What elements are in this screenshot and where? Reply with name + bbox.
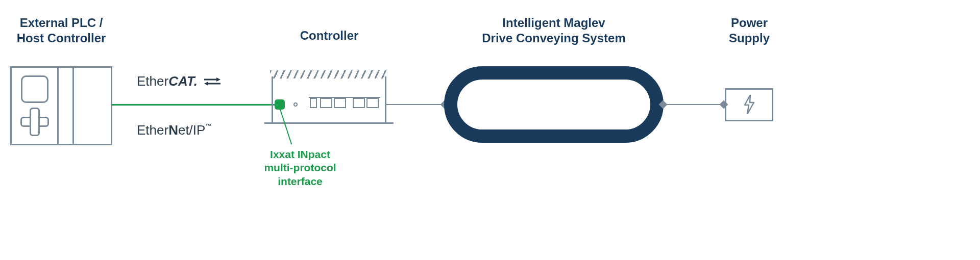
controller-title: Controller (276, 28, 383, 43)
inpact-callout-label: Ixxat INpact multi-protocol interface (249, 148, 351, 188)
diagram-canvas: { "titles": { "plc_line1": "External PLC… (0, 0, 980, 260)
controller-port-3 (334, 98, 346, 108)
inpact-line3: interface (278, 175, 323, 187)
maglev-track-icon (444, 66, 664, 143)
plc-title-line2: Host Controller (17, 31, 106, 45)
enip-mid: N (168, 122, 178, 138)
plc-title-line1: External PLC / (20, 16, 103, 30)
controller-port-1 (310, 98, 317, 108)
ethercat-label: EtherCAT. (137, 73, 222, 90)
psu-title-line2: Supply (729, 31, 770, 45)
plc-front-panel (12, 68, 59, 144)
controller-port-5 (366, 98, 379, 108)
link-maglev-psu (664, 104, 724, 105)
psu-title-line1: Power (731, 16, 768, 30)
maglev-title-line1: Intelligent Maglev (502, 16, 605, 30)
link-plc-controller (112, 104, 276, 106)
ethercat-suffix: CAT. (168, 73, 198, 89)
ethernetip-label: EtherNet/IP™ (137, 122, 211, 138)
svg-marker-1 (216, 77, 220, 82)
ethercat-prefix: Ether (137, 73, 168, 89)
controller-port-2 (320, 98, 332, 108)
plc-slot-2 (74, 68, 111, 144)
svg-marker-4 (745, 95, 754, 114)
psu-title: Power Supply (724, 15, 775, 46)
ethercat-arrow-icon (203, 74, 222, 90)
plc-title: External PLC / Host Controller (10, 15, 112, 46)
controller-led-icon (293, 102, 298, 107)
plc-dpad-icon (20, 108, 49, 136)
enip-tm: ™ (205, 122, 211, 129)
inpact-line2: multi-protocol (264, 162, 336, 173)
inpact-card-icon (275, 99, 285, 110)
psu-bolt-icon (744, 95, 755, 118)
plc-screen-icon (21, 75, 48, 103)
plc-block (10, 66, 112, 145)
svg-marker-3 (204, 82, 208, 86)
maglev-title: Intelligent Maglev Drive Conveying Syste… (444, 15, 664, 46)
controller-title-text: Controller (300, 29, 359, 42)
inpact-line1: Ixxat INpact (270, 148, 330, 160)
enip-mid2: et/IP (178, 122, 205, 138)
enip-prefix: Ether (137, 122, 168, 138)
link-controller-maglev (386, 104, 444, 105)
maglev-title-line2: Drive Conveying System (482, 31, 625, 45)
plc-slot-1 (59, 68, 74, 144)
controller-port-4 (353, 98, 365, 108)
